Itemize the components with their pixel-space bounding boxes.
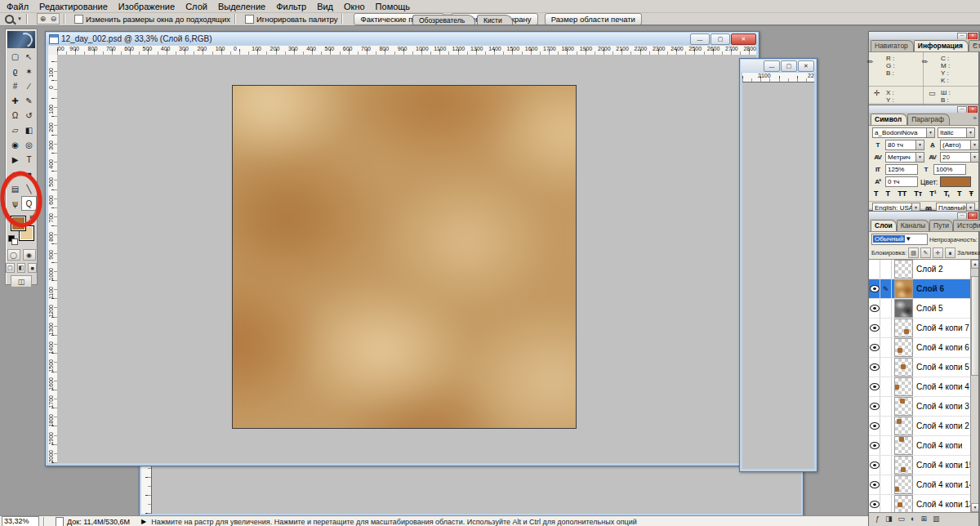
tool-button[interactable]: ╲ <box>21 181 37 196</box>
ignore-palettes-option[interactable]: Игнорировать палитру <box>245 15 338 24</box>
tool-button[interactable]: ∕ <box>21 78 37 93</box>
inactive-titlebar[interactable]: —▢✕ <box>741 60 816 72</box>
baseline-shift-field[interactable]: 0 тч <box>885 176 918 187</box>
resize-windows-option[interactable]: Изменить размеры окна до подходящих <box>74 15 230 24</box>
menu-item[interactable]: Слой <box>181 2 214 11</box>
layer-row[interactable]: ✎ Слой 6 <box>869 279 978 299</box>
palette-tab[interactable]: Слои <box>871 220 897 231</box>
visibility-cell[interactable] <box>869 495 880 512</box>
window-control-button[interactable]: ▢ <box>781 60 797 72</box>
layer-row[interactable]: ✎ Слой 4 копи 13 <box>869 495 978 512</box>
link-cell[interactable]: ✎ <box>880 436 892 455</box>
menu-item[interactable]: Вид <box>313 2 340 11</box>
visibility-cell[interactable] <box>869 358 880 377</box>
font-size-field[interactable]: 80 тч▼ <box>885 140 924 150</box>
chevron-more-icon[interactable]: » <box>973 114 977 122</box>
link-cell[interactable]: ✎ <box>880 338 892 357</box>
menu-item[interactable]: Выделение <box>214 2 272 11</box>
layers-action-button[interactable]: ◨ <box>885 515 893 523</box>
tool-button[interactable]: ◧ <box>21 123 37 137</box>
visibility-cell[interactable] <box>869 260 880 279</box>
visibility-cell[interactable] <box>869 279 880 298</box>
window-control-button[interactable]: — <box>764 60 780 72</box>
tool-button[interactable]: ■ <box>21 167 37 181</box>
layers-scrollbar[interactable]: ▲ ▼ <box>970 260 978 512</box>
layers-action-button[interactable]: ⊞ <box>920 515 927 523</box>
horizontal-scale-field[interactable]: 100% <box>933 164 966 175</box>
document-size-text[interactable]: Док: 11,4M/530,6M <box>67 518 130 526</box>
layer-row[interactable]: ✎ Слой 5 <box>869 299 978 319</box>
tool-button[interactable]: T <box>21 152 37 167</box>
chevron-more-icon[interactable]: » <box>973 221 977 228</box>
document-titlebar[interactable]: 12_day_002.psd @ 33,3% (Слой 6,RGB) —▢✕ <box>47 33 758 45</box>
layer-thumbnail[interactable] <box>894 299 913 318</box>
menu-item[interactable]: Редактирование <box>35 2 114 11</box>
layer-row[interactable]: ✎ Слой 4 копи 6 <box>869 338 978 358</box>
visibility-cell[interactable] <box>869 456 880 475</box>
window-control-button[interactable]: ✕ <box>798 60 814 72</box>
layer-row[interactable]: ✎ Слой 4 копи 7 <box>869 319 978 338</box>
type-style-button[interactable]: Tт <box>914 189 922 198</box>
mask-mode-button[interactable]: ◯ <box>7 249 20 261</box>
link-cell[interactable]: ✎ <box>880 417 892 435</box>
vertical-scale-field[interactable]: 125% <box>885 164 918 175</box>
type-style-button[interactable]: T <box>874 189 879 198</box>
ignore-palettes-checkbox[interactable] <box>245 15 254 24</box>
layers-action-button[interactable]: ◐ <box>911 515 915 523</box>
visibility-cell[interactable] <box>869 397 880 416</box>
link-cell[interactable]: ✎ <box>880 456 892 475</box>
text-color-swatch[interactable] <box>940 176 971 187</box>
layer-thumbnail[interactable] <box>894 279 913 298</box>
layer-thumbnail[interactable] <box>894 397 913 416</box>
layer-thumbnail[interactable] <box>894 417 913 435</box>
layer-thumbnail[interactable] <box>894 436 913 455</box>
link-cell[interactable]: ✎ <box>880 260 892 279</box>
layer-thumbnail[interactable] <box>894 338 913 357</box>
menu-item[interactable]: Изображение <box>114 2 181 11</box>
link-cell[interactable]: ✎ <box>880 279 892 298</box>
layers-action-button[interactable]: ƒ <box>875 515 880 523</box>
font-style-select[interactable]: Italic▼ <box>938 127 975 138</box>
options-button[interactable]: Размер области печати <box>545 13 642 25</box>
screen-mode-button[interactable]: ▢ <box>6 263 15 273</box>
chevron-more-icon[interactable]: » <box>973 41 977 48</box>
tool-button[interactable]: ↖ <box>21 49 37 64</box>
type-style-button[interactable]: T¹ <box>929 189 937 198</box>
link-cell[interactable]: ✎ <box>880 397 892 416</box>
layer-row[interactable]: ✎ Слой 4 копи 14 <box>869 475 978 495</box>
link-cell[interactable]: ✎ <box>880 319 892 337</box>
palette-tab[interactable]: Параграф <box>907 114 950 125</box>
menu-item[interactable]: Фильтр <box>272 2 313 11</box>
lock-button[interactable]: ✛ <box>933 247 943 258</box>
window-control-button[interactable]: — <box>690 33 710 45</box>
layer-row[interactable]: ✎ Слой 4 копи 5 <box>869 358 978 377</box>
scroll-down-icon[interactable]: ▼ <box>971 503 978 512</box>
layer-thumbnail[interactable] <box>894 456 913 475</box>
layer-row[interactable]: ✎ Слой 4 копи 15 <box>869 456 978 475</box>
visibility-cell[interactable] <box>869 436 880 455</box>
layer-thumbnail[interactable] <box>894 358 913 377</box>
palette-tab[interactable]: Навигатор <box>871 40 914 51</box>
link-cell[interactable]: ✎ <box>880 299 892 318</box>
window-control-button[interactable]: ✕ <box>731 33 756 45</box>
layer-thumbnail[interactable] <box>894 377 913 396</box>
palette-tab[interactable]: Символ <box>871 114 907 125</box>
palette-tab[interactable]: Информация <box>914 40 969 51</box>
resize-windows-checkbox[interactable] <box>74 15 83 24</box>
type-style-button[interactable]: T <box>886 189 891 198</box>
layer-row[interactable]: ✎ Слой 4 копи <box>869 436 978 456</box>
tracking-field[interactable]: 20▼ <box>940 152 979 163</box>
imageready-button[interactable]: ◫ <box>11 275 32 288</box>
type-style-button[interactable]: Ŧ <box>969 189 973 198</box>
layer-row[interactable]: ✎ Слой 4 копи 3 <box>869 397 978 417</box>
menu-item[interactable]: Файл <box>2 2 35 11</box>
scrollbar-thumb[interactable] <box>971 276 978 376</box>
type-style-button[interactable]: T, <box>944 189 950 198</box>
screen-mode-button[interactable]: ■ <box>28 263 37 273</box>
link-cell[interactable]: ✎ <box>880 475 892 494</box>
zoom-toggle-icon[interactable]: ⊕ <box>38 14 48 24</box>
default-colors-icon[interactable] <box>8 235 17 243</box>
lock-button[interactable]: ▨ <box>908 247 919 258</box>
tool-button[interactable]: ◎ <box>21 137 37 152</box>
layers-action-button[interactable]: ▭ <box>898 515 906 523</box>
